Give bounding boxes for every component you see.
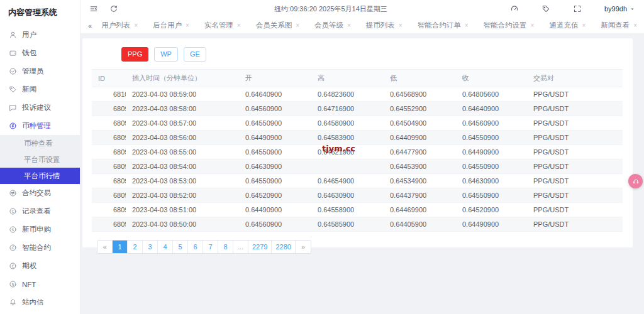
table-cell: 0.64805600 xyxy=(456,87,527,102)
fullscreen-icon[interactable] xyxy=(573,4,582,13)
sidebar-item-user[interactable]: 用户 xyxy=(0,26,80,44)
pagination-prev[interactable]: « xyxy=(97,241,113,253)
admin-icon xyxy=(9,67,17,75)
page-2[interactable]: 2 xyxy=(128,241,143,253)
table-cell: PPG/USDT xyxy=(527,145,623,160)
sidebar-subitem[interactable]: 币种查看 xyxy=(0,135,80,151)
tab-close-icon[interactable]: × xyxy=(296,23,299,29)
news-icon xyxy=(9,85,17,94)
page-1[interactable]: 1 xyxy=(113,241,128,253)
page-5[interactable]: 5 xyxy=(173,241,188,253)
pagination-ellipsis[interactable]: ... xyxy=(233,241,248,253)
tab-4[interactable]: 会员关系图× xyxy=(256,21,299,30)
page-2280[interactable]: 2280 xyxy=(272,241,295,253)
tab-3[interactable]: 实名管理× xyxy=(204,21,241,30)
sidebar-item-label: NFT xyxy=(22,281,36,288)
table-wrap: ID插入时间（分钟单位）开高低收交易对 681002023-04-03 08:5… xyxy=(92,69,623,232)
tabs-list: 用户列表×后台用户×实名管理×会员关系图×会员等级×提币列表×智能合约订单×智能… xyxy=(101,19,644,32)
tag-icon[interactable] xyxy=(541,4,550,13)
tab-close-icon[interactable]: × xyxy=(399,23,402,29)
table-cell: 0.64520900 xyxy=(456,203,527,217)
page-3[interactable]: 3 xyxy=(143,241,158,253)
tab-close-icon[interactable]: × xyxy=(134,23,138,29)
table-cell: 0.64823600 xyxy=(311,87,384,102)
service-icon xyxy=(632,178,640,185)
tab-close-icon[interactable]: × xyxy=(582,23,586,29)
options-icon: C xyxy=(9,262,17,270)
tab-6[interactable]: 提币列表× xyxy=(366,21,402,30)
tab-1[interactable]: 用户列表× xyxy=(101,21,138,30)
refresh-icon[interactable] xyxy=(109,4,118,13)
floating-service-button[interactable] xyxy=(628,174,643,188)
tab-2[interactable]: 后台用户× xyxy=(153,21,189,30)
page-2279[interactable]: 2279 xyxy=(248,241,272,253)
sidebar-subitem[interactable]: 平台币行情 xyxy=(0,168,80,184)
column-header: 高 xyxy=(311,70,384,87)
table-row: 680942023-04-03 08:53:000.645509000.6465… xyxy=(92,174,623,188)
tabs-scroll-left-icon[interactable]: « xyxy=(88,22,91,30)
tab-5[interactable]: 会员等级× xyxy=(314,21,351,30)
tab-close-icon[interactable]: × xyxy=(237,23,241,29)
tab-close-icon[interactable]: × xyxy=(347,23,351,29)
table-cell: 0.64409900 xyxy=(384,131,456,145)
table-cell: PPG/USDT xyxy=(527,160,623,174)
page-4[interactable]: 4 xyxy=(158,241,173,253)
watermark-text: tjym.cc xyxy=(322,144,355,153)
sidebar-item-admin[interactable]: 管理员 xyxy=(0,62,80,80)
page-8[interactable]: 8 xyxy=(218,241,233,253)
sidebar-item-contract-trade[interactable]: 合约交易 xyxy=(0,184,80,202)
content-area: PPGWPGE ID插入时间（分钟单位）开高低收交易对 681002023-04… xyxy=(80,34,644,314)
page-7[interactable]: 7 xyxy=(203,241,218,253)
user-menu[interactable]: by99dh xyxy=(604,5,635,13)
tab-close-icon[interactable]: × xyxy=(633,23,637,29)
table-cell: PPG/USDT xyxy=(527,116,623,131)
collapse-icon[interactable] xyxy=(89,4,98,13)
tab-label: 实名管理 xyxy=(204,21,233,30)
sidebar-subitem[interactable]: 平台币设置 xyxy=(0,151,80,168)
tab-8[interactable]: 智能合约设置× xyxy=(484,21,535,30)
sidebar-submenu-coin-manage: 币种查看平台币设置平台币行情 xyxy=(0,135,80,184)
sidebar-item-records[interactable]: C记录查看 xyxy=(0,202,80,220)
sidebar-item-feedback[interactable]: 投诉建议 xyxy=(0,99,80,117)
chevron-down-icon xyxy=(630,6,635,12)
tab-9[interactable]: 通道充值× xyxy=(549,21,586,30)
table-cell: 0.64490900 xyxy=(239,131,311,145)
sidebar-item-nft[interactable]: NNFT xyxy=(0,275,80,293)
sidebar-item-options[interactable]: C期权 xyxy=(0,257,80,275)
table-header-row: ID插入时间（分钟单位）开高低收交易对 xyxy=(92,70,623,87)
market-table: ID插入时间（分钟单位）开高低收交易对 681002023-04-03 08:5… xyxy=(92,69,623,232)
sidebar-item-coin-manage[interactable]: 币种管理 xyxy=(0,117,80,135)
tab-7[interactable]: 智能合约订单× xyxy=(418,21,469,30)
table-cell: PPG/USDT xyxy=(527,174,623,188)
coin-button-ppg[interactable]: PPG xyxy=(121,47,148,62)
page-6[interactable]: 6 xyxy=(188,241,203,253)
contract-trade-icon xyxy=(9,189,17,197)
sidebar-item-wallet[interactable]: 钱包 xyxy=(0,44,80,62)
sidebar-item-news[interactable]: 新闻 xyxy=(0,80,80,99)
mail-icon xyxy=(9,298,17,306)
tab-label: 会员关系图 xyxy=(256,21,292,30)
sidebar-item-label: 币种管理 xyxy=(22,121,51,131)
table-cell: 0.64550900 xyxy=(239,174,311,188)
tab-close-icon[interactable]: × xyxy=(531,23,535,29)
pagination-next[interactable]: » xyxy=(296,241,311,253)
coin-button-ge[interactable]: GE xyxy=(184,47,206,62)
dashboard-icon[interactable] xyxy=(510,4,519,13)
table-cell: 0.64405900 xyxy=(384,217,456,232)
sidebar-item-mail[interactable]: 站内信 xyxy=(0,293,80,311)
sidebar-item-new-coin[interactable]: S新币申购 xyxy=(0,220,80,239)
coin-button-wp[interactable]: WP xyxy=(154,47,178,62)
data-card: PPGWPGE ID插入时间（分钟单位）开高低收交易对 681002023-04… xyxy=(82,38,633,247)
records-icon: C xyxy=(9,207,17,215)
tab-10[interactable]: 新闻查看× xyxy=(601,21,637,30)
sidebar-item-smart-contract[interactable]: C智能合约 xyxy=(0,239,80,257)
table-cell: 0.64550900 xyxy=(239,145,311,160)
tab-label: 后台用户 xyxy=(153,21,182,30)
column-header: 插入时间（分钟单位） xyxy=(126,70,239,87)
tab-close-icon[interactable]: × xyxy=(186,23,189,29)
tab-close-icon[interactable]: × xyxy=(465,23,469,29)
sidebar-item-loan[interactable]: i贷款信息 xyxy=(0,311,80,314)
table-cell: 0.64630900 xyxy=(456,174,527,188)
topbar: 纽约:09:36:20 2025年5月14日星期三 by99dh xyxy=(80,0,644,18)
table-cell: 68092 xyxy=(92,203,126,217)
